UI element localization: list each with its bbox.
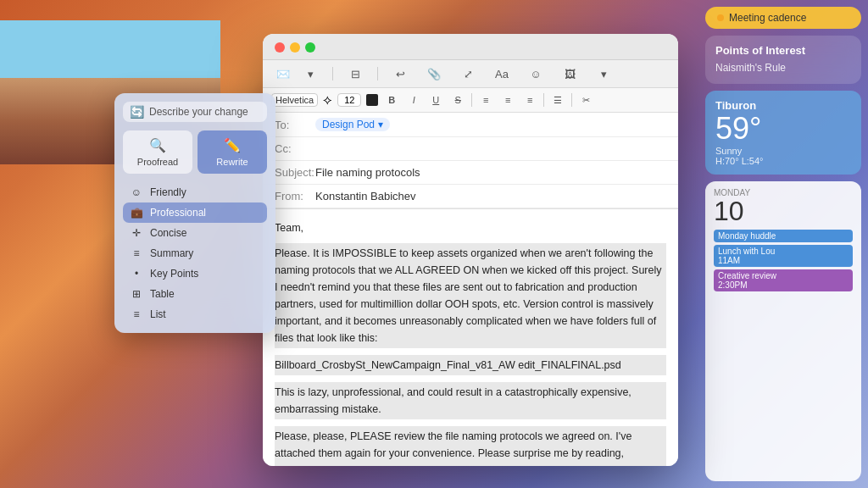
- subject-field: Subject: File naming protocols: [263, 161, 678, 185]
- table-icon: ⊞: [130, 288, 143, 300]
- ai-panel-icon: 🔄: [130, 105, 144, 119]
- maximize-window-button[interactable]: [305, 42, 315, 53]
- meeting-banner-label: Meeting cadence: [729, 12, 806, 24]
- photo-dropdown-button[interactable]: ▾: [592, 64, 615, 84]
- panel-header-label: Describe your change: [149, 106, 248, 118]
- concise-icon: ✛: [130, 227, 143, 239]
- list-label: List: [150, 308, 166, 320]
- weather-condition: Sunny H:70° L:54°: [715, 146, 851, 166]
- meeting-dot-icon: [717, 14, 724, 21]
- font-button[interactable]: Aa: [490, 64, 514, 84]
- panel-header: 🔄 Describe your change: [123, 102, 267, 122]
- panel-menu: ☺ Friendly 💼 Professional ✛ Concise ≡ Su…: [123, 182, 267, 324]
- list-icon: ≡: [130, 308, 143, 320]
- to-label: To:: [275, 119, 315, 131]
- body-filename: Billboard_CrosbySt_NewCampaign_Final_v81…: [275, 355, 666, 375]
- mail-toolbar: ✉️ ▾ ⊟ ↩ 📎 ⤢ Aa ☺ 🖼 ▾: [263, 60, 678, 88]
- key-points-icon: •: [130, 268, 143, 280]
- proofread-icon: 🔍: [149, 137, 166, 153]
- poi-widget: Points of Interest Naismith's Rule: [705, 36, 861, 84]
- send-button[interactable]: ✉️: [271, 64, 295, 84]
- weather-location: Tiburon: [715, 99, 851, 112]
- cal-header: MONDAY 10: [714, 188, 853, 225]
- cal-day-name: MONDAY 10: [714, 188, 750, 225]
- summary-label: Summary: [150, 247, 193, 259]
- format-button[interactable]: ⊟: [343, 64, 367, 84]
- professional-icon: 💼: [130, 207, 143, 219]
- cc-field[interactable]: Cc:: [263, 137, 678, 161]
- rewrite-label: Rewrite: [216, 157, 248, 167]
- undo-button[interactable]: ↩: [388, 64, 412, 84]
- cal-date: 10: [714, 197, 750, 225]
- menu-item-concise[interactable]: ✛ Concise: [123, 223, 267, 243]
- concise-label: Concise: [150, 227, 186, 239]
- fmt-sep-2: [543, 93, 544, 107]
- from-field: From: Konstantin Babichev: [263, 185, 678, 208]
- cal-event-monday-huddle[interactable]: Monday huddle: [714, 230, 853, 242]
- proofread-button[interactable]: 🔍 Proofread: [123, 130, 192, 174]
- window-titlebar: [263, 34, 678, 60]
- send-dropdown-button[interactable]: ▾: [298, 64, 322, 84]
- recipient-dropdown-icon: ▾: [378, 119, 383, 130]
- friendly-label: Friendly: [150, 186, 186, 198]
- font-size-dropdown-icon: ⟡: [323, 92, 332, 108]
- attach-button[interactable]: 📎: [422, 64, 446, 84]
- underline-button[interactable]: U: [427, 92, 444, 108]
- align-center-button[interactable]: ≡: [499, 92, 516, 108]
- weather-widget: Tiburon 59° Sunny H:70° L:54°: [705, 91, 861, 175]
- from-value: Konstantin Babichev: [315, 190, 666, 202]
- weather-condition-text: Sunny: [715, 146, 742, 156]
- poi-title: Points of Interest: [715, 44, 851, 57]
- proofread-label: Proofread: [137, 157, 178, 167]
- body-paragraph-3: Please, please, PLEASE review the file n…: [275, 426, 666, 466]
- menu-item-table[interactable]: ⊞ Table: [123, 284, 267, 304]
- rewrite-icon: ✏️: [224, 137, 241, 153]
- fmt-sep-3: [571, 93, 572, 107]
- bold-button[interactable]: B: [383, 92, 400, 108]
- menu-item-key-points[interactable]: • Key Points: [123, 263, 267, 284]
- menu-item-professional[interactable]: 💼 Professional: [123, 202, 267, 223]
- menu-item-friendly[interactable]: ☺ Friendly: [123, 182, 267, 202]
- rewrite-button[interactable]: ✏️ Rewrite: [198, 130, 267, 174]
- right-widgets-panel: Meeting cadence Points of Interest Naism…: [698, 0, 868, 488]
- more-format-button[interactable]: ✂: [577, 92, 594, 108]
- list-format-button[interactable]: ☰: [549, 92, 566, 108]
- professional-label: Professional: [150, 207, 206, 219]
- cal-event-creative-review[interactable]: Creative review 2:30PM: [714, 269, 853, 291]
- panel-tools: 🔍 Proofread ✏️ Rewrite: [123, 130, 267, 174]
- align-left-button[interactable]: ≡: [477, 92, 494, 108]
- menu-item-summary[interactable]: ≡ Summary: [123, 243, 267, 263]
- poi-item: Naismith's Rule: [715, 60, 851, 75]
- ai-writing-panel: 🔄 Describe your change 🔍 Proofread ✏️ Re…: [114, 93, 275, 333]
- recipient-tag[interactable]: Design Pod ▾: [315, 118, 390, 131]
- from-label: From:: [275, 190, 315, 202]
- font-size-input[interactable]: [337, 93, 361, 107]
- body-paragraph-1: Please. It is IMPOSSIBLE to keep assets …: [275, 243, 666, 348]
- calendar-widget: MONDAY 10 Monday huddle Lunch with Lou 1…: [705, 181, 861, 481]
- close-window-button[interactable]: [275, 42, 285, 53]
- fmt-sep-1: [471, 93, 472, 107]
- body-salutation: Team,: [275, 219, 666, 236]
- font-color-swatch[interactable]: [366, 94, 378, 106]
- mail-body[interactable]: Team, Please. It is IMPOSSIBLE to keep a…: [263, 209, 678, 466]
- key-points-label: Key Points: [150, 268, 198, 280]
- menu-item-list[interactable]: ≡ List: [123, 304, 267, 324]
- send-btn-group: ✉️ ▾: [271, 64, 322, 84]
- meeting-banner[interactable]: Meeting cadence: [705, 7, 861, 29]
- strikethrough-button[interactable]: S: [449, 92, 466, 108]
- photo-button[interactable]: 🖼: [558, 64, 581, 84]
- emoji-button[interactable]: ☺: [524, 64, 548, 84]
- summary-icon: ≡: [130, 247, 143, 259]
- cal-event-lunch[interactable]: Lunch with Lou 11AM: [714, 245, 853, 267]
- align-right-button[interactable]: ≡: [521, 92, 538, 108]
- minimize-window-button[interactable]: [290, 42, 300, 53]
- table-label: Table: [150, 288, 175, 300]
- weather-temp: 59°: [715, 112, 851, 146]
- font-selector[interactable]: Helvetica: [271, 93, 318, 107]
- recipient-name: Design Pod: [322, 119, 375, 130]
- fullscreen-button[interactable]: ⤢: [456, 64, 480, 84]
- italic-button[interactable]: I: [405, 92, 422, 108]
- body-paragraph-2: This is lazy, unprofessional, and could …: [275, 382, 666, 419]
- subject-value[interactable]: File naming protocols: [315, 166, 666, 179]
- mail-address-fields: To: Design Pod ▾ Cc: Subject: File namin…: [263, 113, 678, 209]
